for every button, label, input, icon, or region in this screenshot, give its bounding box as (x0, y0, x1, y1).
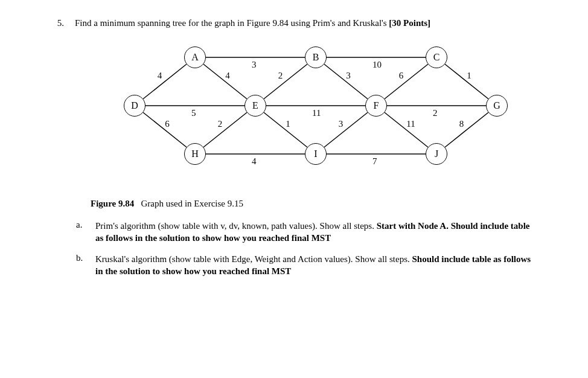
node-I: I (305, 143, 327, 165)
part-a-text: Prim's algorithm (show table with v, dv,… (95, 220, 534, 245)
figure-label: Figure 9.84 (91, 199, 134, 208)
edge-weight-F-G: 2 (433, 108, 438, 118)
edge-weight-A-E: 4 (225, 71, 230, 81)
part-b-letter: b. (76, 253, 85, 278)
edge-B-F (324, 64, 368, 99)
edge-weight-B-C: 10 (372, 60, 382, 70)
part-a: a. Prim's algorithm (show table with v, … (76, 220, 534, 245)
edge-F-I (324, 112, 368, 147)
node-G: G (486, 95, 508, 117)
edge-layer (91, 34, 513, 191)
figure-graph: 3104423615112621311847ABCDEFGHIJ (91, 34, 513, 191)
edge-weight-F-I: 3 (339, 119, 344, 129)
figure-caption: Figure 9.84 Graph used in Exercise 9.15 (91, 199, 534, 209)
edge-weight-B-E: 2 (278, 71, 283, 81)
part-b-text: Kruskal's algorithm (show table with Edg… (95, 253, 534, 278)
node-F: F (365, 95, 387, 117)
edge-C-G (445, 64, 488, 99)
node-B: B (305, 46, 327, 68)
edge-E-I (264, 112, 307, 147)
page: 5. Find a minimum spanning tree for the … (0, 0, 588, 298)
part-b: b. Kruskal's algorithm (show table with … (76, 253, 534, 278)
edge-weight-D-E: 5 (191, 108, 196, 118)
edge-weight-D-H: 6 (165, 119, 170, 129)
edge-weight-A-B: 3 (252, 60, 257, 70)
edge-F-J (385, 112, 428, 147)
edge-weight-H-I: 4 (252, 156, 257, 167)
edge-weight-C-G: 1 (467, 71, 471, 81)
edge-weight-B-F: 3 (346, 71, 351, 81)
edge-weight-C-F: 6 (399, 71, 404, 81)
edge-B-E (264, 64, 307, 99)
edge-E-H (203, 112, 247, 147)
question-points: [30 Points] (389, 18, 430, 28)
edge-weight-E-I: 1 (286, 119, 290, 129)
edge-weight-E-H: 2 (218, 119, 223, 129)
node-E: E (244, 95, 266, 117)
node-C: C (426, 46, 447, 68)
node-J: J (426, 143, 447, 165)
node-D: D (124, 95, 145, 117)
figure-caption-text: Graph used in Exercise 9.15 (141, 199, 243, 208)
part-a-plain: Prim's algorithm (show table with v, dv,… (95, 221, 374, 231)
edge-weight-A-D: 4 (158, 71, 162, 81)
edge-weight-F-J: 11 (406, 119, 415, 129)
part-a-letter: a. (76, 220, 85, 245)
node-A: A (184, 46, 206, 68)
edge-A-D (143, 64, 187, 99)
edge-weight-G-J: 8 (459, 119, 464, 129)
question-line: 5. Find a minimum spanning tree for the … (54, 18, 534, 28)
question-text: Find a minimum spanning tree for the gra… (75, 18, 534, 28)
edge-C-F (385, 64, 428, 99)
edge-G-J (445, 112, 488, 147)
question-number: 5. (54, 18, 64, 28)
edge-weight-E-F: 11 (312, 108, 321, 118)
part-b-plain: Kruskal's algorithm (show table with Edg… (95, 254, 410, 264)
node-H: H (184, 143, 206, 165)
question-body: Find a minimum spanning tree for the gra… (75, 18, 387, 28)
edge-A-E (203, 64, 247, 99)
edge-D-H (143, 112, 187, 147)
edge-weight-I-J: 7 (372, 156, 377, 167)
